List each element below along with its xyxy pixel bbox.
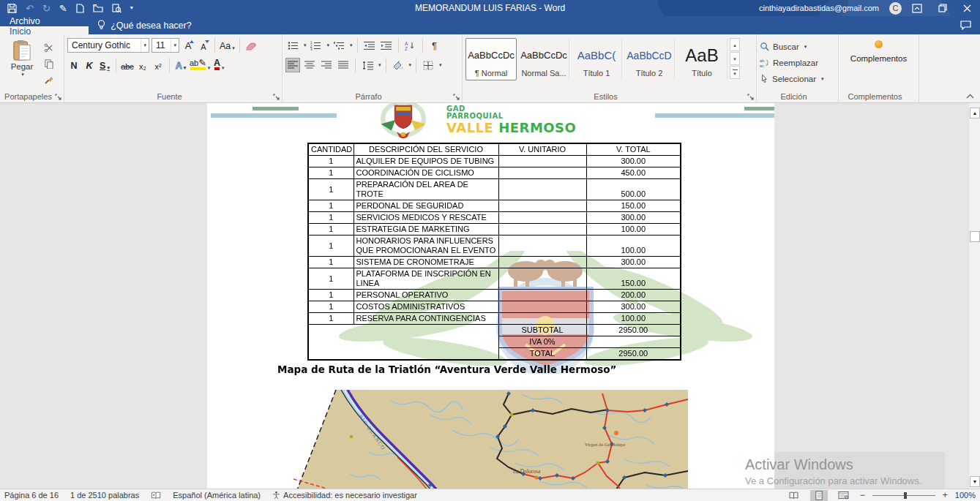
cell-unitario: [498, 167, 586, 179]
scroll-down-button[interactable]: ▼: [970, 476, 980, 487]
addins-button[interactable]: Complementos: [850, 54, 907, 63]
multilevel-list-button[interactable]: [332, 38, 346, 53]
vertical-scrollbar[interactable]: ▲ ▼: [968, 103, 980, 489]
redo-icon[interactable]: ↻: [42, 3, 51, 13]
zoom-slider[interactable]: [872, 495, 935, 496]
scroll-up-button[interactable]: ▲: [970, 108, 980, 118]
word-count[interactable]: 1 de 2510 palabras: [70, 491, 139, 500]
font-color-button[interactable]: A▾: [212, 58, 225, 72]
line-spacing-button[interactable]: [360, 58, 375, 72]
total-label: TOTAL: [498, 348, 586, 361]
clear-formatting-button[interactable]: [244, 38, 258, 53]
accessibility-status[interactable]: Accesibilidad: es necesario investigar: [272, 491, 417, 500]
new-document-icon[interactable]: [76, 3, 84, 13]
styles-row-up-button[interactable]: ▴: [730, 38, 740, 51]
read-mode-button[interactable]: [785, 490, 803, 501]
change-case-button[interactable]: Aa▾: [220, 38, 235, 53]
web-layout-button[interactable]: [835, 490, 853, 501]
page-indicator[interactable]: Página 6 de 16: [4, 491, 59, 500]
dialog-launcher-icon[interactable]: [747, 94, 754, 100]
format-painter-button[interactable]: [41, 73, 56, 86]
cell-cantidad: 1: [308, 156, 354, 167]
zoom-in-button[interactable]: +: [943, 490, 948, 500]
underline-button[interactable]: S▾: [98, 58, 111, 72]
group-label: Fuente: [64, 92, 274, 101]
superscript-button[interactable]: x²: [152, 58, 165, 72]
cut-button[interactable]: [41, 41, 56, 54]
draw-icon[interactable]: ✎: [59, 3, 67, 13]
save-icon[interactable]: [7, 3, 17, 13]
find-button[interactable]: Buscar▾: [760, 39, 835, 53]
paste-button[interactable]: Pegar ▾: [3, 38, 41, 91]
shrink-font-button[interactable]: A: [197, 38, 210, 53]
dialog-launcher-icon[interactable]: [273, 94, 280, 100]
copy-button[interactable]: [41, 57, 56, 70]
cell-unitario: [498, 268, 586, 290]
proofing-status-icon[interactable]: [151, 491, 161, 500]
style-card-titulo[interactable]: AaB Título: [676, 38, 727, 80]
align-center-button[interactable]: [302, 58, 317, 72]
undo-icon[interactable]: ↶: [26, 3, 34, 13]
zoom-level[interactable]: 100%: [955, 491, 976, 500]
bold-button[interactable]: N: [67, 58, 81, 72]
close-window-icon[interactable]: [963, 4, 971, 12]
ribbon-display-options-icon[interactable]: [912, 4, 922, 13]
group-label: Párrafo: [283, 92, 455, 101]
svg-text:A: A: [405, 41, 408, 46]
tell-me-box[interactable]: ¿Qué desea hacer?: [89, 16, 201, 34]
style-card-titulo1[interactable]: AaBbC( Título 1: [571, 38, 622, 80]
zoom-slider-thumb[interactable]: [904, 492, 907, 499]
collapse-ribbon-icon[interactable]: [966, 94, 974, 99]
budget-table[interactable]: CANTIDAD DESCRIPCIÓN DEL SERVICIO V. UNI…: [307, 143, 681, 361]
route-map-image[interactable]: RIO BLANCO La Dolorosa Virgen de Guadalu…: [280, 390, 688, 489]
highlight-color-button[interactable]: ab✎▾: [190, 58, 210, 72]
restore-window-icon[interactable]: [938, 4, 947, 12]
ribbon-tab[interactable]: Archivo: [0, 16, 89, 26]
style-card-normal-sangria[interactable]: AaBbCcDc Normal Sa...: [518, 38, 569, 80]
shading-button[interactable]: [391, 58, 405, 72]
decrease-indent-button[interactable]: [362, 38, 377, 53]
paste-label: Pegar: [11, 62, 34, 71]
cell-total: 150.00: [586, 268, 681, 290]
feedback-comment-icon[interactable]: [951, 16, 980, 34]
account-avatar[interactable]: C: [889, 2, 902, 15]
text-effects-button[interactable]: A▾: [174, 58, 187, 72]
italic-button[interactable]: K: [83, 58, 96, 72]
summary-empty-cell: [308, 325, 498, 361]
strikethrough-button[interactable]: abc: [121, 58, 134, 72]
print-layout-button[interactable]: [810, 490, 828, 501]
account-email[interactable]: cinthiayadirabastidas@gmail.com: [759, 4, 879, 12]
language-indicator[interactable]: Español (América latina): [173, 491, 261, 500]
styles-gallery-expand-button[interactable]: ▾: [730, 66, 740, 79]
justify-button[interactable]: [336, 58, 351, 72]
header-bar-blue-right: [655, 113, 774, 118]
font-size-combo[interactable]: 11 ▾: [152, 38, 179, 53]
increase-indent-button[interactable]: [379, 38, 394, 53]
document-page[interactable]: GAD PARROQUIAL VALLE HERMOSO: [207, 103, 774, 489]
align-right-button[interactable]: [319, 58, 334, 72]
table-row: 1 COSTOS ADMINISTRATIVOS 300.00: [308, 301, 681, 313]
numbering-button[interactable]: 123: [309, 38, 323, 53]
print-preview-icon[interactable]: [112, 3, 121, 13]
styles-row-down-button[interactable]: ▾: [730, 52, 740, 65]
qat-customize-icon[interactable]: ▾: [130, 3, 133, 13]
align-left-button[interactable]: [285, 58, 300, 72]
replace-button[interactable]: abac Reemplazar: [760, 56, 835, 69]
grow-font-button[interactable]: A: [182, 38, 195, 53]
style-card-titulo2[interactable]: AaBbCcD Título 2: [624, 38, 675, 80]
style-card-normal[interactable]: AaBbCcDc ¶ Normal: [465, 38, 517, 80]
bullets-button[interactable]: [285, 38, 300, 53]
zoom-out-button[interactable]: −: [860, 490, 865, 500]
select-button[interactable]: Seleccionar▾: [760, 72, 835, 86]
sort-button[interactable]: AZ: [403, 38, 418, 53]
addin-dot-icon[interactable]: [875, 40, 883, 48]
iva-label: IVA 0%: [498, 336, 586, 348]
borders-button[interactable]: [421, 58, 435, 72]
font-family-combo[interactable]: Century Gothic ▾: [67, 38, 149, 53]
subscript-button[interactable]: x₂: [136, 58, 149, 72]
open-folder-icon[interactable]: [93, 3, 103, 13]
dialog-launcher-icon[interactable]: [55, 94, 61, 100]
dialog-launcher-icon[interactable]: [453, 94, 460, 100]
scrollbar-thumb[interactable]: [970, 231, 980, 242]
show-formatting-marks-button[interactable]: ¶: [427, 38, 442, 53]
